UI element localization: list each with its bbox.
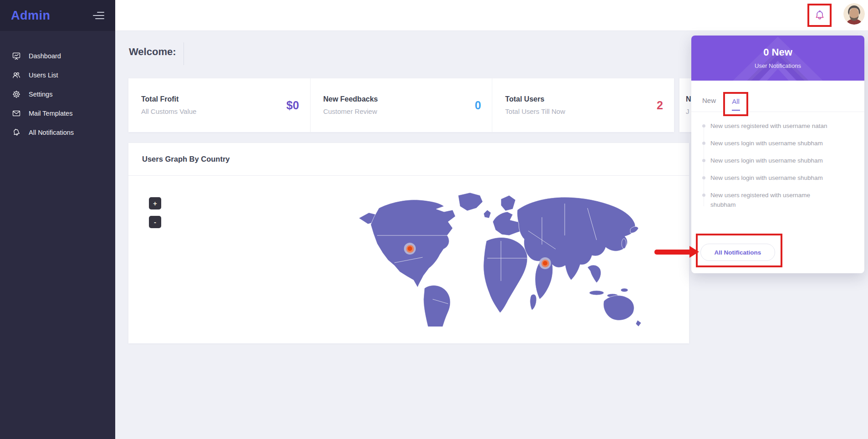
sidebar-item-users-list[interactable]: Users List <box>0 66 115 85</box>
sidebar-item-label: Dashboard <box>29 52 61 60</box>
stat-title: Total Users <box>505 95 565 103</box>
panel-title: Users Graph By Country <box>128 143 689 176</box>
hamburger-icon[interactable] <box>93 12 104 19</box>
world-map: + - <box>128 176 689 341</box>
divider <box>184 42 184 65</box>
notifications-header: 0 New User Notifications <box>691 36 864 81</box>
users-graph-panel: Users Graph By Country + - <box>128 143 689 343</box>
notification-item[interactable]: New users login with username shubham <box>702 138 853 148</box>
tab-active-underline <box>732 110 740 111</box>
page-title: Welcome: <box>129 46 176 58</box>
stat-subtitle: All Customs Value <box>141 107 196 115</box>
stat-title: New Feedbacks <box>323 95 378 103</box>
sidebar-item-label: Settings <box>29 91 52 98</box>
admin-dashboard: Admin Dashboard Users List Settings Mail… <box>0 0 868 439</box>
sidebar: Admin Dashboard Users List Settings Mail… <box>0 0 115 439</box>
sidebar-item-label: Users List <box>29 71 58 79</box>
stat-card-total-users: Total Users Total Users Till Now 2 <box>492 78 674 132</box>
notification-item[interactable]: New users registered with username shubh… <box>702 190 816 209</box>
stat-subtitle: Total Users Till Now <box>505 107 565 115</box>
stat-value: 0 <box>475 99 481 112</box>
all-notifications-button[interactable]: All Notifications <box>700 244 775 261</box>
sidebar-item-label: All Notifications <box>29 129 74 136</box>
topbar <box>115 0 868 31</box>
stats-row: Total Frofit All Customs Value $0 New Fe… <box>128 78 674 132</box>
tab-new[interactable]: New <box>702 97 716 104</box>
brand-logo: Admin <box>11 9 51 23</box>
map-zoom-in-button[interactable]: + <box>149 197 161 209</box>
sidebar-item-all-notifications[interactable]: All Notifications <box>0 123 115 142</box>
notification-item[interactable]: New users login with username shubham <box>702 173 853 183</box>
annotation-box-bell <box>807 4 832 27</box>
notifications-dropdown: 0 New User Notifications New All New use… <box>691 36 864 273</box>
users-icon <box>12 71 21 80</box>
sidebar-item-settings[interactable]: Settings <box>0 85 115 104</box>
map-zoom-out-button[interactable]: - <box>149 216 161 228</box>
stat-title: Total Frofit <box>141 95 196 103</box>
notification-item[interactable]: New users login with username shubham <box>702 156 853 165</box>
mail-icon <box>12 109 21 118</box>
notification-item[interactable]: New users registered with username natan <box>702 121 853 131</box>
gear-icon <box>12 90 21 99</box>
sidebar-item-label: Mail Templates <box>29 110 72 117</box>
dashboard-icon <box>12 51 21 61</box>
tab-all[interactable]: All <box>732 97 740 105</box>
stat-value: 2 <box>657 99 663 112</box>
stat-card-total-profit: Total Frofit All Customs Value $0 <box>128 78 310 132</box>
notifications-count: 0 New <box>691 36 864 58</box>
annotation-box-tab-all: All <box>723 92 748 116</box>
bell-icon[interactable] <box>814 10 826 21</box>
stat-subtitle: J <box>686 107 691 115</box>
notifications-subtitle: User Notifications <box>691 62 864 69</box>
map-marker-india[interactable] <box>539 257 551 269</box>
map-marker-usa[interactable] <box>404 243 416 255</box>
sidebar-item-dashboard[interactable]: Dashboard <box>0 46 115 66</box>
user-avatar[interactable] <box>843 3 865 25</box>
sidebar-header: Admin <box>0 0 115 31</box>
stat-title: N <box>686 95 691 103</box>
sidebar-menu: Dashboard Users List Settings Mail Templ… <box>0 31 115 142</box>
sidebar-item-mail-templates[interactable]: Mail Templates <box>0 104 115 123</box>
world-map-svg[interactable] <box>351 190 642 327</box>
notifications-list: New users registered with username natan… <box>702 121 853 217</box>
stat-subtitle: Customer Review <box>323 107 378 115</box>
stat-value: $0 <box>286 99 299 112</box>
divider <box>691 112 864 112</box>
stat-card-new-feedbacks: New Feedbacks Customer Review 0 <box>310 78 492 132</box>
bell-icon <box>12 128 21 137</box>
